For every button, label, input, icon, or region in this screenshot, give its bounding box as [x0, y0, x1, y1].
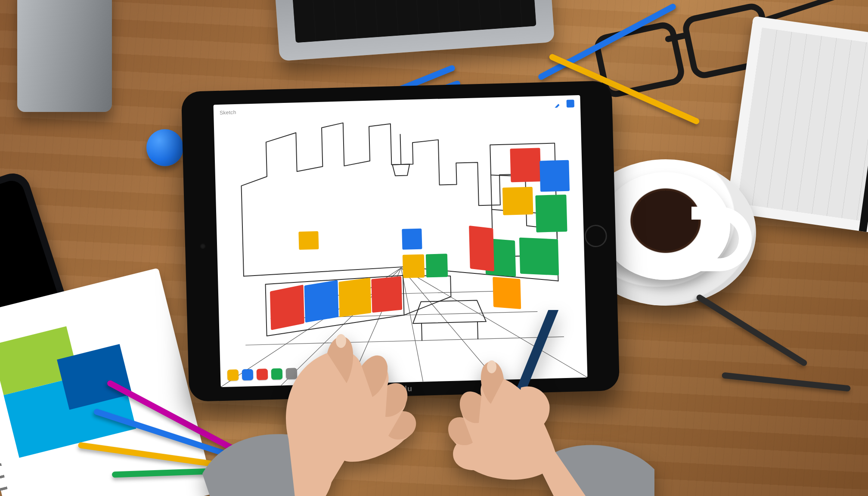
- left-hand: [202, 301, 426, 496]
- color-block: [493, 277, 521, 309]
- pencil-black: [695, 294, 808, 367]
- desk-scene: iBlu Sketch: [0, 0, 868, 496]
- color-block: [502, 187, 533, 215]
- svg-line-11: [400, 134, 401, 164]
- svg-point-15: [336, 334, 346, 348]
- color-block: [403, 254, 425, 278]
- color-block: [426, 254, 448, 277]
- laptop: [272, 0, 555, 61]
- pencil-cup: [17, 0, 112, 112]
- right-hand: [413, 310, 654, 496]
- pencil-black: [722, 372, 851, 391]
- color-block: [402, 229, 422, 250]
- color-block: [519, 238, 559, 276]
- blue-cap: [146, 129, 183, 166]
- color-block: [539, 160, 570, 192]
- color-block: [510, 148, 541, 182]
- color-block: [298, 231, 319, 250]
- tablet-camera: [200, 243, 206, 249]
- svg-point-18: [487, 360, 496, 373]
- color-block: [535, 195, 567, 232]
- home-button[interactable]: [584, 224, 607, 247]
- color-block: [469, 226, 494, 271]
